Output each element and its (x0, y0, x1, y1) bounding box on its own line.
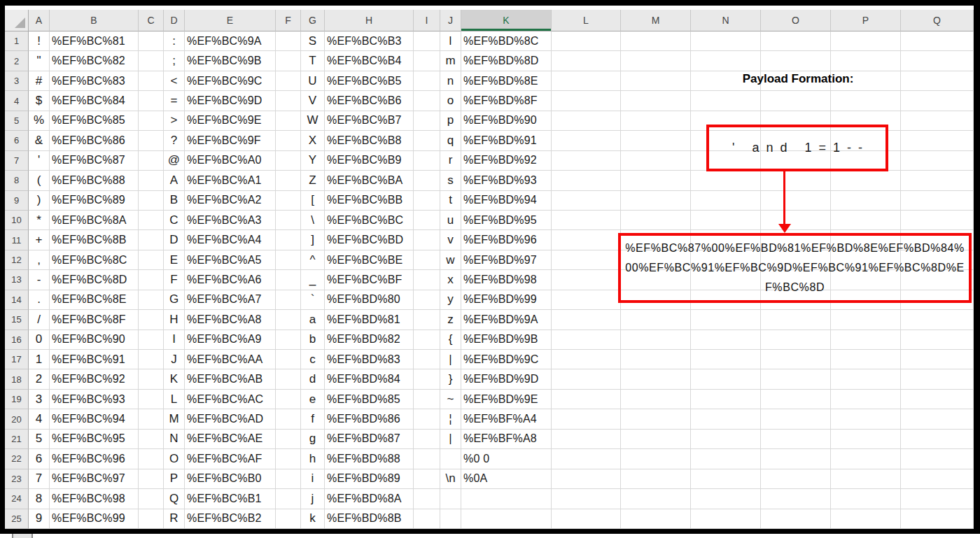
cell-D7[interactable]: @ (164, 151, 185, 171)
cell-H4[interactable]: %EF%BC%B6 (325, 91, 414, 111)
cell-P19[interactable] (831, 390, 901, 409)
cell-F22[interactable] (276, 449, 301, 469)
column-header-C[interactable]: C (139, 10, 164, 31)
cell-M19[interactable] (621, 390, 691, 409)
cell-M15[interactable] (621, 310, 691, 330)
cell-P2[interactable] (831, 51, 901, 71)
cell-M21[interactable] (621, 430, 691, 449)
cell-M2[interactable] (621, 51, 691, 71)
cell-D20[interactable]: M (164, 409, 185, 429)
row-header-18[interactable]: 18 (5, 369, 29, 389)
cell-Q20[interactable] (901, 409, 974, 429)
cell-P20[interactable] (831, 409, 901, 429)
cell-I2[interactable] (414, 51, 440, 71)
cell-E9[interactable]: %EF%BC%A2 (185, 191, 276, 211)
cell-J1[interactable]: l (440, 31, 461, 51)
cell-M22[interactable] (621, 449, 691, 469)
cell-L13[interactable] (552, 270, 621, 290)
cell-L8[interactable] (552, 171, 621, 190)
cell-Q25[interactable] (901, 509, 974, 529)
cell-D12[interactable]: E (164, 250, 185, 270)
row-header-6[interactable]: 6 (5, 131, 29, 150)
cell-C3[interactable] (139, 71, 164, 91)
cell-C12[interactable] (139, 250, 164, 270)
cell-E5[interactable]: %EF%BC%9E (185, 111, 276, 131)
column-header-F[interactable]: F (276, 10, 301, 31)
cell-A4[interactable]: $ (29, 91, 50, 111)
cell-Q18[interactable] (901, 369, 974, 389)
cell-B17[interactable]: %EF%BC%91 (50, 350, 139, 369)
cell-B9[interactable]: %EF%BC%89 (50, 191, 139, 211)
cell-K12[interactable]: %EF%BD%97 (461, 250, 552, 270)
cell-C20[interactable] (139, 409, 164, 429)
cell-P8[interactable] (831, 171, 901, 190)
cell-P23[interactable] (831, 469, 901, 489)
cell-D4[interactable]: = (164, 91, 185, 111)
cell-P21[interactable] (831, 430, 901, 449)
cell-F2[interactable] (276, 51, 301, 71)
cell-J11[interactable]: v (440, 230, 461, 250)
cell-L4[interactable] (552, 91, 621, 111)
cell-F10[interactable] (276, 211, 301, 230)
cell-C14[interactable] (139, 290, 164, 310)
cell-B23[interactable]: %EF%BC%97 (50, 469, 139, 489)
cell-H14[interactable]: %EF%BD%80 (325, 290, 414, 310)
row-header-16[interactable]: 16 (5, 330, 29, 350)
row-header-4[interactable]: 4 (5, 91, 29, 111)
cell-J20[interactable]: ¦ (440, 409, 461, 429)
cell-J12[interactable]: w (440, 250, 461, 270)
cell-A2[interactable]: " (29, 51, 50, 71)
cell-F4[interactable] (276, 91, 301, 111)
row-header-11[interactable]: 11 (5, 230, 29, 250)
cell-K4[interactable]: %EF%BD%8F (461, 91, 552, 111)
cell-O8[interactable] (761, 171, 831, 190)
column-header-B[interactable]: B (50, 10, 139, 31)
cell-C6[interactable] (139, 131, 164, 150)
cell-J17[interactable]: | (440, 350, 461, 369)
cell-P9[interactable] (831, 191, 901, 211)
cell-H5[interactable]: %EF%BC%B7 (325, 111, 414, 131)
cell-H8[interactable]: %EF%BC%BA (325, 171, 414, 190)
cell-I8[interactable] (414, 171, 440, 190)
column-header-L[interactable]: L (552, 10, 621, 31)
cell-H3[interactable]: %EF%BC%B5 (325, 71, 414, 91)
cell-K2[interactable]: %EF%BD%8D (461, 51, 552, 71)
cell-P24[interactable] (831, 489, 901, 509)
cell-O20[interactable] (761, 409, 831, 429)
cell-B1[interactable]: %EF%BC%81 (50, 31, 139, 51)
cell-O9[interactable] (761, 191, 831, 211)
cell-H15[interactable]: %EF%BD%81 (325, 310, 414, 330)
cell-M9[interactable] (621, 191, 691, 211)
column-header-K[interactable]: K (461, 10, 552, 31)
cell-H1[interactable]: %EF%BC%B3 (325, 31, 414, 51)
cell-A22[interactable]: 6 (29, 449, 50, 469)
cell-K8[interactable]: %EF%BD%93 (461, 171, 552, 190)
cell-F17[interactable] (276, 350, 301, 369)
cell-M6[interactable] (621, 131, 691, 150)
cell-E3[interactable]: %EF%BC%9C (185, 71, 276, 91)
cell-N17[interactable] (691, 350, 761, 369)
cell-J22[interactable] (440, 449, 461, 469)
cell-G9[interactable]: [ (301, 191, 325, 211)
cell-K6[interactable]: %EF%BD%91 (461, 131, 552, 150)
cell-B8[interactable]: %EF%BC%88 (50, 171, 139, 190)
cell-H20[interactable]: %EF%BD%86 (325, 409, 414, 429)
cell-C11[interactable] (139, 230, 164, 250)
cell-K16[interactable]: %EF%BD%9B (461, 330, 552, 350)
cell-E20[interactable]: %EF%BC%AD (185, 409, 276, 429)
cell-L12[interactable] (552, 250, 621, 270)
cell-A24[interactable]: 8 (29, 489, 50, 509)
cell-H9[interactable]: %EF%BC%BB (325, 191, 414, 211)
cell-O22[interactable] (761, 449, 831, 469)
cell-K18[interactable]: %EF%BD%9D (461, 369, 552, 389)
cell-I23[interactable] (414, 469, 440, 489)
cell-A15[interactable]: / (29, 310, 50, 330)
cell-C4[interactable] (139, 91, 164, 111)
cell-D18[interactable]: K (164, 369, 185, 389)
row-header-17[interactable]: 17 (5, 350, 29, 369)
row-header-5[interactable]: 5 (5, 111, 29, 131)
column-header-Q[interactable]: Q (901, 10, 974, 31)
cell-G10[interactable]: \ (301, 211, 325, 230)
cell-Q8[interactable] (901, 171, 974, 190)
payload-source-box[interactable]: ' and 1=1-- (706, 125, 888, 171)
